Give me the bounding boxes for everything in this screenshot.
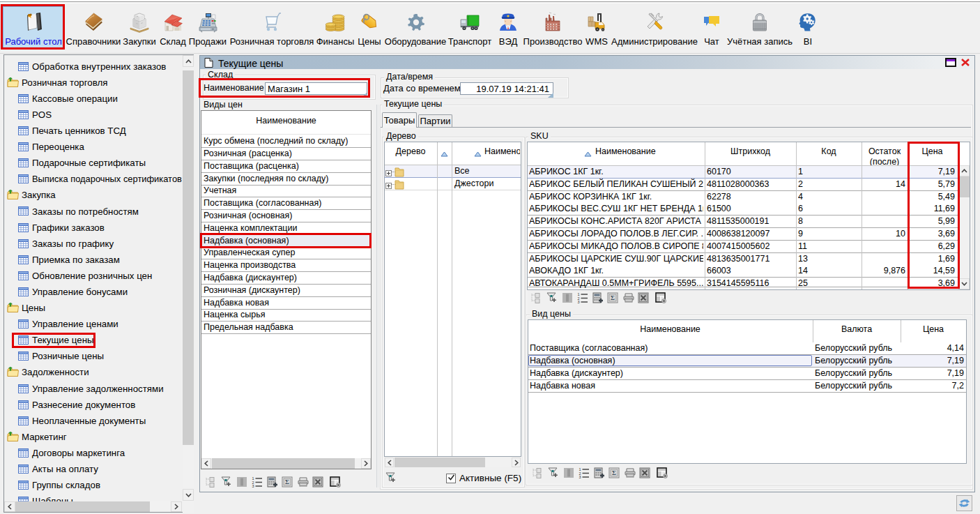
svg-text:Σ: Σ [285,478,289,485]
svg-text:3: 3 [578,300,580,303]
svg-text:3: 3 [252,484,254,487]
svg-text:3: 3 [579,475,581,478]
svg-text:Σ: Σ [612,469,616,476]
svg-text:Σ: Σ [611,294,615,301]
